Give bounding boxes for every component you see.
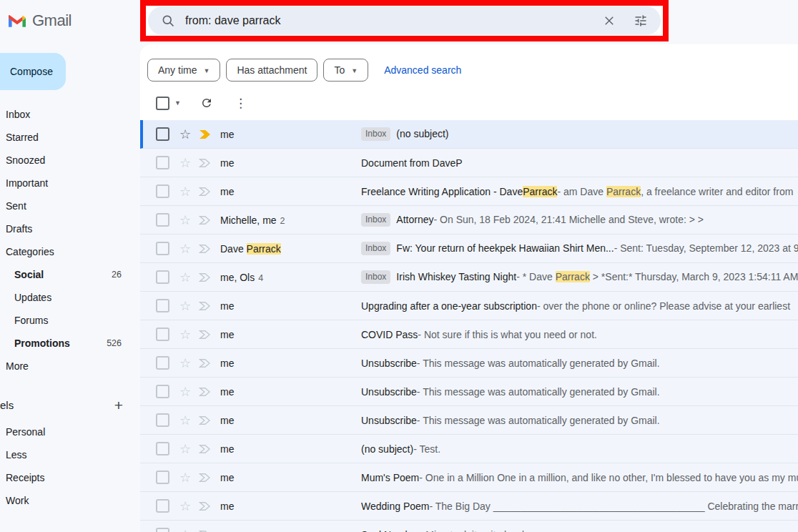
star-icon[interactable]: ☆ xyxy=(178,328,192,341)
sidebar-item-label: Drafts xyxy=(6,223,32,235)
email-sender: me xyxy=(220,529,361,532)
filter-chip-has-attachment[interactable]: Has attachment xyxy=(226,59,317,82)
importance-marker-icon[interactable] xyxy=(199,272,213,282)
sidebar-item-snoozed[interactable]: Snoozed xyxy=(0,149,140,172)
row-checkbox[interactable] xyxy=(156,242,169,255)
email-row[interactable]: ☆meFreelance Writing Application - Dave … xyxy=(140,177,798,206)
email-row[interactable]: ☆meMum's Poem - One in a Million One in … xyxy=(140,463,798,492)
email-row[interactable]: ☆meSoul Number - Mine took it quite hard… xyxy=(140,521,798,532)
importance-marker-icon[interactable] xyxy=(199,501,213,511)
sidebar-item-forums[interactable]: Forums xyxy=(0,309,140,332)
row-checkbox[interactable] xyxy=(156,127,169,141)
star-icon[interactable]: ☆ xyxy=(178,357,192,370)
filter-chip-to[interactable]: To▼ xyxy=(323,59,368,82)
star-icon[interactable]: ☆ xyxy=(178,471,192,484)
sidebar-item-promotions[interactable]: Promotions526 xyxy=(0,332,140,355)
refresh-icon[interactable] xyxy=(200,97,213,109)
email-row[interactable]: ☆meCOVID Pass - Not sure if this is what… xyxy=(140,320,798,349)
row-checkbox[interactable] xyxy=(156,528,169,532)
email-row[interactable]: ☆me, Ols4InboxIrish Whiskey Tasting Nigh… xyxy=(140,263,798,292)
email-row[interactable]: ☆meInbox(no subject) xyxy=(140,120,798,149)
star-icon[interactable]: ☆ xyxy=(178,414,192,427)
row-checkbox[interactable] xyxy=(156,356,169,370)
sidebar-item-more[interactable]: More xyxy=(0,355,140,378)
row-checkbox[interactable] xyxy=(156,270,169,284)
clear-search-icon[interactable] xyxy=(601,12,618,29)
star-icon[interactable]: ☆ xyxy=(178,443,192,455)
sidebar-item-starred[interactable]: Starred xyxy=(0,126,140,149)
importance-marker-icon[interactable] xyxy=(199,358,213,368)
star-icon[interactable]: ☆ xyxy=(178,128,192,141)
importance-marker-icon[interactable] xyxy=(199,187,213,197)
compose-button[interactable]: Compose xyxy=(0,53,66,90)
email-row[interactable]: ☆Michelle, me2InboxAttorney - On Sun, 18… xyxy=(140,206,798,235)
sidebar-label-less[interactable]: Less xyxy=(0,443,140,466)
email-row[interactable]: ☆meWedding Poem - The Big Day __________… xyxy=(140,492,798,521)
sidebar-item-updates[interactable]: Updates xyxy=(0,286,140,309)
email-row[interactable]: ☆me(no subject) - Test. xyxy=(140,435,798,463)
importance-marker-icon[interactable] xyxy=(199,215,213,225)
email-row[interactable]: ☆meUnsubscribe - This message was automa… xyxy=(140,406,798,435)
star-icon[interactable]: ☆ xyxy=(178,214,192,227)
sidebar-item-categories[interactable]: Categories xyxy=(0,240,140,263)
sidebar-label-personal[interactable]: Personal xyxy=(0,420,140,443)
email-row[interactable]: ☆meUpgrading after a one-year subscripti… xyxy=(140,292,798,320)
star-icon[interactable]: ☆ xyxy=(178,385,192,398)
tune-filters-icon[interactable] xyxy=(632,12,649,29)
row-checkbox[interactable] xyxy=(156,385,169,398)
importance-marker-icon[interactable] xyxy=(199,129,213,139)
search-input[interactable]: from: dave parrack xyxy=(185,14,592,27)
email-row[interactable]: ☆meUnsubscribe - This message was automa… xyxy=(140,378,798,406)
importance-marker-icon[interactable] xyxy=(199,444,213,454)
more-options-icon[interactable]: ⋮ xyxy=(235,96,247,111)
star-icon[interactable]: ☆ xyxy=(178,528,192,532)
search-bar[interactable]: from: dave parrack xyxy=(148,6,661,35)
star-icon[interactable]: ☆ xyxy=(178,500,192,513)
importance-marker-icon[interactable] xyxy=(199,158,213,168)
row-checkbox[interactable] xyxy=(156,442,169,455)
email-snippet: - Sent: Tuesday, September 12, 2023 at 9… xyxy=(614,242,798,254)
filter-chip-any-time[interactable]: Any time▼ xyxy=(147,59,220,82)
row-checkbox[interactable] xyxy=(156,499,169,513)
star-icon[interactable]: ☆ xyxy=(178,300,192,312)
select-dropdown-icon[interactable]: ▼ xyxy=(174,99,181,107)
text-segment: * Dave xyxy=(523,271,556,282)
email-row[interactable]: ☆Dave ParrackInboxFw: Your return of hee… xyxy=(140,235,798,263)
star-icon[interactable]: ☆ xyxy=(178,157,192,169)
gmail-logo[interactable]: Gmail xyxy=(9,11,72,30)
add-label-icon[interactable]: + xyxy=(114,398,123,413)
importance-marker-icon[interactable] xyxy=(199,530,213,532)
star-icon[interactable]: ☆ xyxy=(178,271,192,284)
importance-marker-icon[interactable] xyxy=(199,244,213,254)
sidebar-label-work[interactable]: Work xyxy=(0,489,140,512)
email-row[interactable]: ☆meDocument from DaveP xyxy=(140,149,798,177)
labels-list: PersonalLessReceiptsWork xyxy=(0,420,140,512)
row-checkbox[interactable] xyxy=(156,327,169,341)
sidebar-item-important[interactable]: Important xyxy=(0,172,140,194)
row-checkbox[interactable] xyxy=(156,184,169,198)
email-row[interactable]: ☆meUnsubscribe - This message was automa… xyxy=(140,349,798,378)
text-segment: (no subject) xyxy=(361,443,413,455)
sidebar-item-inbox[interactable]: Inbox xyxy=(0,103,140,126)
importance-marker-icon[interactable] xyxy=(199,330,213,340)
star-icon[interactable]: ☆ xyxy=(178,185,192,198)
sidebar-label-receipts[interactable]: Receipts xyxy=(0,466,140,489)
select-all-checkbox[interactable] xyxy=(156,97,169,110)
row-checkbox[interactable] xyxy=(156,299,169,312)
row-checkbox[interactable] xyxy=(156,413,169,427)
importance-marker-icon[interactable] xyxy=(199,387,213,397)
sidebar-item-drafts[interactable]: Drafts xyxy=(0,217,140,240)
advanced-search-link[interactable]: Advanced search xyxy=(384,64,461,76)
sidebar-item-sent[interactable]: Sent xyxy=(0,194,140,217)
sidebar-item-social[interactable]: Social26 xyxy=(0,263,140,286)
row-checkbox[interactable] xyxy=(156,156,169,169)
email-sender: me xyxy=(220,300,361,312)
email-subject-snippet: Soul Number - Mine took it quite hard... xyxy=(361,529,798,532)
row-checkbox[interactable] xyxy=(156,213,169,227)
star-icon[interactable]: ☆ xyxy=(178,242,192,255)
email-sender: me xyxy=(220,329,361,340)
importance-marker-icon[interactable] xyxy=(199,473,213,483)
row-checkbox[interactable] xyxy=(156,471,169,484)
importance-marker-icon[interactable] xyxy=(199,301,213,311)
importance-marker-icon[interactable] xyxy=(199,415,213,425)
